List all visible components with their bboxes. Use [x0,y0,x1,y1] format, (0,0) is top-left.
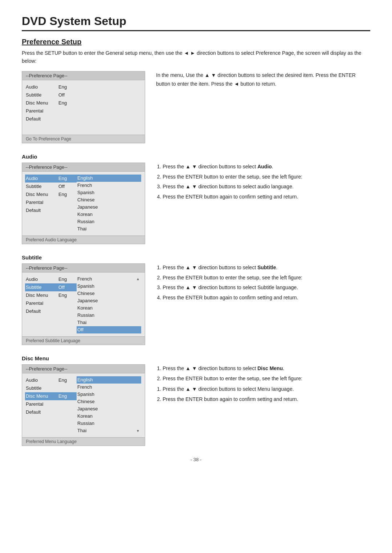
subtitle-opt-off: Off [77,326,141,333]
subtitle-heading: Subtitle [22,254,370,261]
discm-step-3: Press the ▲ ▼ direction buttons to selec… [163,385,370,394]
subtitle-item-default: Default [26,307,58,315]
subtitle-panel-title: --Preference Page-- [22,264,145,273]
preference-right-text: In the menu, Use the ▲ ▼ direction butto… [156,71,370,89]
audio-opt-spanish: Spanish [77,189,141,196]
preference-panel-title: --Preference Page-- [22,71,145,80]
subtitle-opt-russian: Russian [77,312,141,319]
audio-values-col: Eng Off Eng [58,175,77,233]
audio-items-col: Audio Subtitle Disc Menu Parental Defaul… [26,175,58,233]
audio-steps: Press the ▲ ▼ direction buttons to selec… [156,163,370,203]
audio-step-2: Press the ENTER button to enter the setu… [163,173,370,181]
preference-menu-items-col: Audio Subtitle Disc Menu Parental Defaul… [26,83,58,132]
disc-menu-footer: Preferred Menu Language [22,437,145,446]
subtitle-opt-chinese: Chinese [77,290,141,297]
pref-item-parental: Parental [26,107,58,115]
scroll-up-icon: ▲ [136,277,140,281]
discm-opt-spanish: Spanish [77,391,141,398]
subtitle-item-parental: Parental [26,299,58,307]
audio-footer: Preferred Audio Language [22,235,145,244]
subtitle-values-col: Eng Off Eng [58,275,77,333]
disc-menu-heading: Disc Menu [22,355,370,361]
preference-description: In the menu, Use the ▲ ▼ direction butto… [156,71,370,89]
subtitle-opt-japanese: Japanese [77,297,141,304]
discm-opt-russian: Russian [77,420,141,427]
audio-item-default: Default [26,206,58,214]
discm-opt-chinese: Chinese [77,398,141,405]
discm-step-2: Press the ENTER button to enter the setu… [163,374,370,383]
preference-values-col: Eng Off Eng [58,83,77,132]
audio-opt-russian: Russian [77,218,141,225]
disc-menu-options-col: English French Spanish Chinese Japanese … [77,376,141,434]
audio-step-1: Press the ▲ ▼ direction buttons to selec… [163,163,370,171]
discm-item-subtitle: Subtitle [26,384,58,392]
discm-step-1: Press the ▲ ▼ direction buttons to selec… [163,364,370,373]
audio-item-subtitle: Subtitle [26,183,58,191]
disc-menu-items-col: Audio Subtitle Disc Menu Parental Defaul… [26,376,58,434]
subtitle-item-discmenu: Disc Menu [26,291,58,299]
audio-opt-french: French [77,182,141,189]
pref-item-default: Default [26,115,58,123]
subtitle-item-audio: Audio [26,275,58,283]
disc-menu-values-col: Eng Eng [58,376,77,434]
preference-setup-intro: Press the SETUP button to enter the Gene… [22,49,370,65]
subtitle-opt-french: French [77,275,141,283]
audio-item-discmenu: Disc Menu [26,191,58,198]
preference-footer: Go To Preference Page [22,135,145,143]
pref-item-discmenu: Disc Menu [26,99,58,107]
disc-menu-panel-title: --Preference Page-- [22,365,145,373]
subtitle-opt-korean: Korean [77,304,141,312]
audio-opt-japanese: Japanese [77,204,141,211]
subtitle-panel: --Preference Page-- Audio Subtitle Disc … [22,263,145,345]
preference-setup-heading: Preference Setup [22,38,370,46]
page-title: DVD System Setup [22,15,370,31]
subtitle-step-2: Press the ENTER button to enter the setu… [163,274,370,282]
discm-step-4: Press the ENTER button again to confirm … [163,395,370,404]
scroll-down-icon: ▼ [136,429,140,433]
audio-step-3: Press the ▲ ▼ direction buttons to selec… [163,183,370,191]
discm-item-parental: Parental [26,400,58,408]
subtitle-item-subtitle: Subtitle [25,283,58,291]
disc-menu-panel: --Preference Page-- Audio Subtitle Disc … [22,364,145,446]
preference-panel: --Preference Page-- Audio Subtitle Disc … [22,71,145,143]
audio-opt-english: English [77,175,141,182]
discm-item-discmenu: Disc Menu [25,392,58,400]
discm-item-default: Default [26,408,58,416]
pref-item-subtitle: Subtitle [26,91,58,99]
subtitle-opt-thai: Thai [77,319,141,326]
audio-step-4: Press the ENTER button again to confirm … [163,193,370,201]
subtitle-steps: Press the ▲ ▼ direction buttons to selec… [156,263,370,304]
subtitle-step-1: Press the ▲ ▼ direction buttons to selec… [163,263,370,272]
pref-item-audio: Audio [26,83,58,91]
discm-opt-french: French [77,384,141,391]
subtitle-step-3: Press the ▲ ▼ direction buttons to selec… [163,283,370,292]
audio-panel-title: --Preference Page-- [22,163,145,172]
audio-opt-chinese: Chinese [77,196,141,204]
audio-opt-thai: Thai [77,225,141,233]
discm-opt-japanese: Japanese [77,405,141,413]
page-number: - 38 - [22,457,370,462]
audio-item-audio: Audio [25,175,58,183]
subtitle-items-col: Audio Subtitle Disc Menu Parental Defaul… [26,275,58,333]
audio-opt-korean: Korean [77,211,141,218]
discm-opt-thai: Thai [77,427,141,434]
disc-menu-steps: Press the ▲ ▼ direction buttons to selec… [156,364,370,405]
subtitle-footer: Preferred Subtitle Language [22,336,145,345]
subtitle-step-4: Press the ENTER button again to confirm … [163,294,370,302]
audio-heading: Audio [22,153,370,160]
subtitle-opt-spanish: Spanish [77,283,141,290]
audio-options-col: English French Spanish Chinese Japanese … [77,175,141,233]
audio-panel: --Preference Page-- Audio Subtitle Disc … [22,163,145,244]
audio-item-parental: Parental [26,198,58,206]
discm-opt-korean: Korean [77,413,141,420]
discm-item-audio: Audio [26,376,58,384]
subtitle-options-col: ▲ French Spanish Chinese Japanese Korean… [77,275,141,333]
discm-opt-english: English [77,376,141,384]
